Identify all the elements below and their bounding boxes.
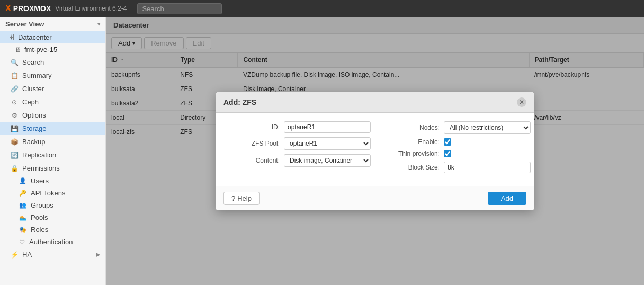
sidebar-item-label: Roles bbox=[31, 226, 48, 234]
modal-footer: ? Help Add bbox=[216, 186, 534, 210]
sidebar-item-roles[interactable]: 🎭 Roles bbox=[0, 224, 105, 236]
thin-provision-label: Thin provision: bbox=[387, 150, 440, 157]
form-row-block-size: Block Size: bbox=[387, 162, 531, 173]
zfs-pool-select[interactable]: optaneR1 bbox=[284, 137, 371, 150]
add-confirm-label: Add bbox=[501, 194, 513, 202]
nodes-select[interactable]: All (No restrictions) bbox=[444, 121, 531, 134]
cluster-icon: 🔗 bbox=[11, 85, 18, 93]
enable-label: Enable: bbox=[387, 138, 440, 146]
logo-proxmox-text: PROXMOX bbox=[13, 4, 51, 13]
sidebar-item-server[interactable]: 🖥 fmt-pve-15 bbox=[0, 43, 105, 56]
logo-x-icon: X bbox=[5, 4, 11, 13]
thin-provision-checkbox[interactable] bbox=[444, 150, 451, 157]
main-layout: Server View ▾ 🗄 Datacenter 🖥 fmt-pve-15 … bbox=[0, 17, 644, 285]
help-button[interactable]: ? Help bbox=[223, 192, 260, 205]
form-row-thin-provision: Thin provision: bbox=[387, 150, 531, 157]
sidebar-item-datacenter[interactable]: 🗄 Datacenter bbox=[0, 31, 105, 43]
replication-icon: 🔄 bbox=[11, 152, 18, 159]
content-label: Content: bbox=[227, 157, 280, 164]
form-row-zfs-pool: ZFS Pool: optaneR1 bbox=[227, 137, 371, 150]
form-row-enable: Enable: bbox=[387, 138, 531, 146]
content-area: Datacenter Add ▾ Remove Edit ID ↑ Type C… bbox=[106, 17, 644, 285]
sidebar-item-label: Groups bbox=[31, 201, 53, 209]
sidebar-item-label: HA bbox=[22, 251, 32, 259]
sidebar-item-groups[interactable]: 👥 Groups bbox=[0, 199, 105, 211]
form-right-column: Nodes: All (No restrictions) Enable: Th bbox=[387, 121, 531, 177]
datacenter-icon: 🗄 bbox=[8, 34, 15, 41]
sidebar-item-label: Storage bbox=[22, 124, 47, 132]
server-label: fmt-pve-15 bbox=[24, 46, 57, 54]
backup-icon: 📦 bbox=[11, 138, 18, 146]
logo: X PROXMOX Virtual Environment 6.2-4 bbox=[5, 4, 127, 13]
help-icon: ? bbox=[231, 194, 235, 202]
sidebar-item-label: Replication bbox=[22, 151, 56, 159]
sidebar-item-label: Search bbox=[22, 58, 44, 66]
sidebar-item-label: Pools bbox=[31, 213, 48, 221]
enable-checkbox[interactable] bbox=[444, 138, 451, 146]
sidebar-item-replication[interactable]: 🔄 Replication bbox=[0, 148, 105, 162]
help-label: Help bbox=[237, 194, 252, 202]
datacenter-label: Datacenter bbox=[18, 33, 52, 41]
id-input[interactable] bbox=[284, 121, 371, 133]
storage-icon: 💾 bbox=[11, 125, 18, 132]
sidebar-item-options[interactable]: ⚙ Options bbox=[0, 109, 105, 122]
sidebar-item-api-tokens[interactable]: 🔑 API Tokens bbox=[0, 187, 105, 199]
form-row-content: Content: Disk image, Container bbox=[227, 154, 371, 167]
pools-icon: 🏊 bbox=[19, 214, 26, 221]
server-view-label: Server View bbox=[5, 20, 44, 28]
modal-body: ID: ZFS Pool: optaneR1 Content: bbox=[216, 113, 534, 186]
sidebar-item-label: Cluster bbox=[22, 85, 44, 93]
nodes-label: Nodes: bbox=[387, 124, 440, 131]
sidebar-item-users[interactable]: 👤 Users bbox=[0, 175, 105, 187]
sidebar-item-label: Backup bbox=[22, 138, 45, 146]
options-icon: ⚙ bbox=[11, 112, 18, 119]
search-input[interactable] bbox=[137, 3, 222, 14]
sidebar-item-ha[interactable]: ⚡ HA ▶ bbox=[0, 248, 105, 261]
sidebar-item-ceph[interactable]: ⊙ Ceph bbox=[0, 95, 105, 109]
sidebar-item-search[interactable]: 🔍 Search bbox=[0, 56, 105, 69]
sidebar-item-authentication[interactable]: 🛡 Authentication bbox=[0, 236, 105, 248]
modal-title: Add: ZFS bbox=[223, 98, 256, 106]
sidebar-item-label: Options bbox=[22, 111, 46, 119]
groups-icon: 👥 bbox=[19, 202, 26, 209]
summary-icon: 📋 bbox=[11, 72, 18, 79]
sidebar-item-label: Permissions bbox=[22, 164, 60, 172]
sidebar: Server View ▾ 🗄 Datacenter 🖥 fmt-pve-15 … bbox=[0, 17, 106, 285]
content-select[interactable]: Disk image, Container bbox=[284, 154, 371, 167]
sidebar-item-cluster[interactable]: 🔗 Cluster bbox=[0, 82, 105, 95]
ha-icon: ⚡ bbox=[11, 251, 18, 259]
block-size-label: Block Size: bbox=[387, 164, 440, 171]
form-row-nodes: Nodes: All (No restrictions) bbox=[387, 121, 531, 134]
sidebar-item-label: Users bbox=[31, 177, 49, 185]
roles-icon: 🎭 bbox=[19, 226, 26, 233]
zfs-pool-label: ZFS Pool: bbox=[227, 140, 280, 147]
ceph-icon: ⊙ bbox=[11, 99, 18, 106]
form-left-column: ID: ZFS Pool: optaneR1 Content: bbox=[227, 121, 371, 177]
permissions-icon: 🔒 bbox=[11, 165, 18, 172]
sidebar-item-label: API Tokens bbox=[31, 189, 66, 197]
authentication-icon: 🛡 bbox=[19, 239, 25, 245]
api-tokens-icon: 🔑 bbox=[19, 190, 26, 197]
add-zfs-modal: Add: ZFS ✕ ID: ZFS Pool: bbox=[216, 92, 534, 210]
users-icon: 👤 bbox=[19, 177, 26, 184]
block-size-input[interactable] bbox=[444, 162, 531, 173]
sidebar-item-backup[interactable]: 📦 Backup bbox=[0, 135, 105, 148]
topbar: X PROXMOX Virtual Environment 6.2-4 bbox=[0, 0, 644, 17]
sidebar-item-pools[interactable]: 🏊 Pools bbox=[0, 211, 105, 224]
sidebar-item-label: Authentication bbox=[29, 238, 73, 246]
ha-chevron-icon: ▶ bbox=[96, 251, 100, 258]
form-row-id: ID: bbox=[227, 121, 371, 133]
sidebar-item-storage[interactable]: 💾 Storage bbox=[0, 122, 105, 135]
server-view-header[interactable]: Server View ▾ bbox=[0, 17, 105, 31]
sidebar-item-summary[interactable]: 📋 Summary bbox=[0, 69, 105, 82]
server-icon: 🖥 bbox=[15, 46, 21, 54]
sidebar-item-label: Summary bbox=[22, 72, 52, 79]
sidebar-item-label: Ceph bbox=[22, 98, 39, 106]
id-label: ID: bbox=[227, 123, 280, 131]
modal-header: Add: ZFS ✕ bbox=[216, 92, 534, 113]
sidebar-item-permissions[interactable]: 🔒 Permissions bbox=[0, 162, 105, 175]
modal-close-button[interactable]: ✕ bbox=[517, 97, 526, 107]
chevron-down-icon: ▾ bbox=[97, 21, 100, 27]
add-confirm-button[interactable]: Add bbox=[488, 192, 526, 205]
search-icon: 🔍 bbox=[11, 59, 18, 66]
